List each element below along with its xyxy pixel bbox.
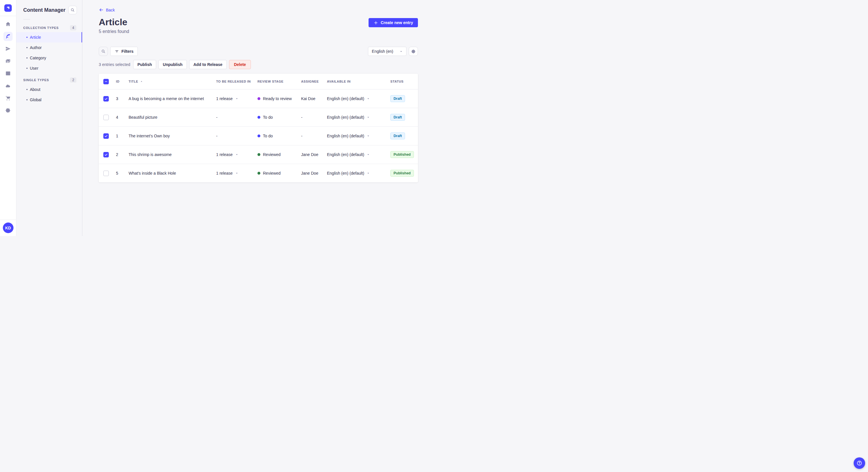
row-checkbox[interactable] [103,115,109,120]
back-link[interactable]: Back [99,7,115,12]
row-locale[interactable]: English (en) (default) [327,171,391,175]
row-release[interactable]: 1 release [216,96,257,101]
sidebar-item-user[interactable]: User [17,63,82,73]
status-badge: Published [391,151,414,158]
nav-item-content-type-builder[interactable] [3,69,12,78]
deploy-icon [5,83,11,89]
sidebar-item-global[interactable]: Global [17,95,82,105]
user-avatar[interactable]: KD [3,223,13,233]
row-id: 3 [116,96,129,101]
row-checkbox[interactable] [103,171,109,176]
sidebar-item-author[interactable]: Author [17,42,82,53]
row-release[interactable]: 1 release [216,171,257,175]
chevron-down-icon [400,50,403,53]
add-to-release-button[interactable]: Add to Release [189,60,227,69]
select-all-checkbox[interactable] [103,79,109,84]
nav-item-deploy[interactable] [3,81,12,90]
sidebar-item-label: Article [30,35,41,40]
status-badge: Published [391,170,414,177]
list-search-button[interactable] [99,47,108,56]
table-row[interactable]: 2This shrimp is awesome1 releaseReviewed… [99,145,418,164]
row-title: This shrimp is awesome [129,152,216,157]
nav-item-marketplace[interactable] [3,94,12,103]
app-root: KD Content Manager COLLECTION TYPES4Arti… [0,0,434,236]
column-header-status[interactable]: STATUS [391,80,413,83]
nav-icon-list [3,16,12,220]
publish-button[interactable]: Publish [133,60,156,69]
media-library-icon [5,58,11,64]
view-settings-button[interactable] [409,47,418,56]
stage-dot-icon [257,116,260,119]
table-row[interactable]: 5What's inside a Black Hole1 releaseRevi… [99,164,418,182]
chevron-down-icon [367,97,370,100]
column-header-available-in[interactable]: AVAILABLE IN [327,80,391,83]
row-locale[interactable]: English (en) (default) [327,96,391,101]
row-release: - [216,134,257,138]
nav-item-media-library[interactable] [3,57,12,66]
status-badge: Draft [391,95,405,102]
search-icon [101,49,105,54]
chevron-down-icon [367,172,370,175]
bullet-icon [26,57,28,59]
nav-logo-area [0,0,16,16]
column-header-assignee[interactable]: ASSIGNEE [301,80,327,83]
row-locale[interactable]: English (en) (default) [327,152,391,157]
column-header-id[interactable]: ID [116,80,129,83]
row-release[interactable]: 1 release [216,152,257,157]
filters-button[interactable]: Filters [110,47,138,56]
subnav-divider [23,19,30,20]
row-checkbox[interactable] [103,133,109,139]
main-nav: KD [0,0,17,236]
sidebar-item-category[interactable]: Category [17,53,82,63]
sidebar-item-article[interactable]: Article [17,32,82,42]
row-id: 4 [116,115,129,120]
subnav-search-button[interactable] [68,6,77,14]
chevron-down-icon [236,153,238,156]
settings-icon [5,107,11,113]
nav-item-settings[interactable] [3,106,12,115]
chevron-down-icon [236,97,238,100]
strapi-logo[interactable] [4,4,12,12]
locale-value: English (en) [372,49,393,54]
section-count-badge: 2 [70,77,76,82]
plus-icon [373,20,378,25]
column-header-release[interactable]: TO BE RELEASED IN [216,80,257,83]
create-entry-label: Create new entry [381,20,413,25]
nav-item-releases[interactable] [3,44,12,53]
entries-count: 5 entries found [99,29,418,34]
sidebar-item-label: User [30,66,38,71]
unpublish-button[interactable]: Unpublish [158,60,187,69]
sidebar-item-label: Category [30,56,46,60]
table-row[interactable]: 3A bug is becoming a meme on the interne… [99,89,418,108]
locale-select[interactable]: English (en) [368,47,406,56]
bullet-icon [26,68,28,69]
section-label: SINGLE TYPES [23,78,49,82]
column-header-title[interactable]: TITLE [129,80,216,83]
sort-asc-icon [140,80,143,83]
sidebar-item-about[interactable]: About [17,84,82,95]
row-review-stage: Reviewed [257,152,301,157]
sidebar-item-label: Global [30,98,41,102]
row-status: Draft [391,114,413,121]
row-checkbox[interactable] [103,96,109,102]
table-row[interactable]: 1The internet's Own boy-To do-English (e… [99,127,418,145]
row-id: 5 [116,171,129,175]
column-header-review-stage[interactable]: REVIEW STAGE [257,80,301,83]
delete-button[interactable]: Delete [229,60,251,69]
row-title: Beautiful picture [129,115,216,120]
sidebar-item-label: About [30,87,40,92]
nav-item-content-manager[interactable] [3,32,12,41]
create-entry-button[interactable]: Create new entry [369,18,418,27]
row-release: - [216,115,257,120]
row-status: Published [391,151,413,158]
row-locale[interactable]: English (en) (default) [327,115,391,120]
row-locale[interactable]: English (en) (default) [327,134,391,138]
table-row[interactable]: 4Beautiful picture-To do-English (en) (d… [99,108,418,127]
back-label: Back [106,8,115,12]
row-checkbox[interactable] [103,152,109,158]
status-badge: Draft [391,114,405,121]
nav-item-home[interactable] [3,20,12,29]
subnav-section: COLLECTION TYPES4ArticleAuthorCategoryUs… [17,21,82,73]
row-review-stage: To do [257,134,301,138]
chevron-down-icon [367,116,370,119]
